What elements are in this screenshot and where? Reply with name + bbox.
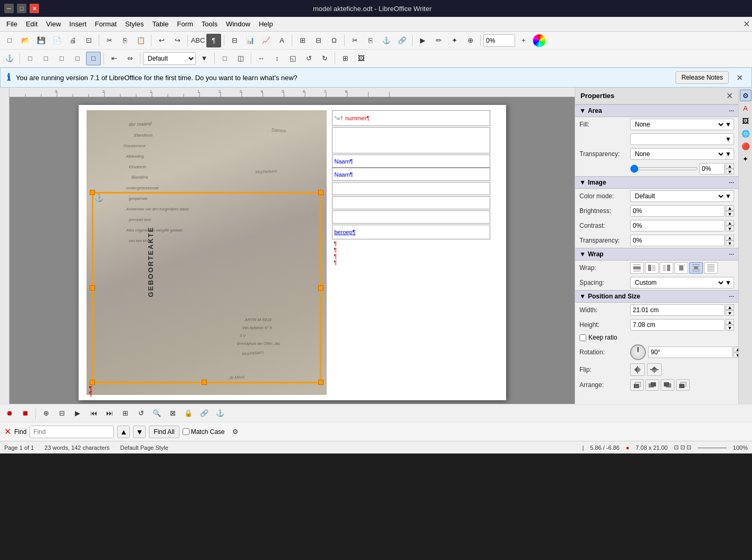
form-tb-1[interactable]: ⊕ bbox=[39, 407, 53, 420]
tb2-wrap-right[interactable]: □ bbox=[54, 52, 69, 65]
wrap-before-btn[interactable] bbox=[645, 262, 659, 274]
find-next-button[interactable]: ▼ bbox=[133, 426, 146, 438]
tb-copy[interactable]: ⎘ bbox=[118, 34, 132, 47]
menu-help[interactable]: Help bbox=[254, 18, 277, 30]
form-tb-12[interactable]: ⚓ bbox=[213, 407, 227, 420]
wrap-contour-btn[interactable] bbox=[704, 262, 718, 274]
image-transparency-up[interactable]: ▲ bbox=[726, 235, 734, 240]
section-wrap[interactable]: ▼ Wrap ⋯ bbox=[575, 248, 738, 260]
tb2-optimal[interactable]: □ bbox=[86, 52, 101, 65]
form-tb-6[interactable]: ⊞ bbox=[118, 407, 132, 420]
tb2-border[interactable]: □ bbox=[217, 52, 232, 65]
wrap-thru-btn[interactable] bbox=[689, 262, 703, 274]
handle-mr[interactable] bbox=[318, 285, 323, 291]
section-area[interactable]: ▼ Area ⋯ bbox=[575, 104, 738, 117]
tb-new[interactable]: □ bbox=[2, 34, 17, 47]
maximize-button[interactable]: □ bbox=[17, 4, 26, 13]
height-down[interactable]: ▼ bbox=[726, 325, 734, 331]
tb-macros[interactable]: ✏ bbox=[431, 34, 446, 47]
width-up[interactable]: ▲ bbox=[726, 304, 734, 310]
flip-horizontal-btn[interactable] bbox=[630, 363, 645, 376]
transparency-spin-btns[interactable]: ▲ ▼ bbox=[726, 163, 734, 175]
contrast-down[interactable]: ▼ bbox=[726, 226, 734, 231]
fill-control[interactable]: None ▼ bbox=[630, 119, 734, 130]
wrap-after-btn[interactable] bbox=[660, 262, 673, 274]
tb-scissors[interactable]: ✂ bbox=[347, 34, 362, 47]
tb-anchor[interactable]: ⚓ bbox=[379, 34, 394, 47]
document-canvas[interactable]: GEBOORTEAKTE der maand Elandhuis Gouvern… bbox=[9, 97, 575, 404]
tb2-anchor[interactable]: ⚓ bbox=[2, 52, 17, 65]
brightness-down[interactable]: ▼ bbox=[726, 211, 734, 217]
rotation-up[interactable]: ▲ bbox=[734, 346, 738, 352]
width-down[interactable]: ▼ bbox=[726, 310, 734, 316]
tb2-wrap-left[interactable]: □ bbox=[39, 52, 53, 65]
find-input[interactable] bbox=[30, 426, 114, 438]
rotation-down[interactable]: ▼ bbox=[734, 352, 738, 358]
tb2-no-wrap[interactable]: □ bbox=[23, 52, 37, 65]
tb-more1[interactable]: ⊕ bbox=[463, 34, 478, 47]
tb2-rotate2[interactable]: ↻ bbox=[317, 52, 332, 65]
transparency-pct-input[interactable] bbox=[699, 163, 725, 175]
find-close-button[interactable]: ✕ bbox=[4, 427, 11, 437]
minimize-button[interactable]: ─ bbox=[4, 4, 14, 13]
tb2-flip-v[interactable]: ↕ bbox=[270, 52, 284, 65]
rotation-dial[interactable] bbox=[630, 344, 646, 360]
bring-forward-btn[interactable] bbox=[645, 379, 659, 391]
find-prev-button[interactable]: ▲ bbox=[117, 426, 130, 438]
properties-close-button[interactable]: ✕ bbox=[726, 91, 733, 101]
height-spin-btns[interactable]: ▲ ▼ bbox=[726, 319, 734, 331]
flip-vertical-btn[interactable] bbox=[647, 363, 662, 376]
frame-style-dropdown[interactable]: Default bbox=[143, 52, 196, 65]
side-navigator-icon[interactable]: 🌐 bbox=[740, 128, 751, 139]
side-more-icon[interactable]: ✦ bbox=[740, 153, 751, 165]
tb2-wrap-thru[interactable]: □ bbox=[70, 52, 85, 65]
image-transparency-input[interactable] bbox=[630, 235, 725, 246]
contrast-input[interactable] bbox=[630, 220, 725, 231]
color-mode-select[interactable]: Default bbox=[633, 192, 725, 200]
tb-paste[interactable]: 📋 bbox=[134, 34, 148, 47]
keep-ratio-row[interactable]: Keep ratio bbox=[575, 332, 738, 343]
menu-view[interactable]: View bbox=[42, 18, 65, 30]
wrap-parallel-btn[interactable] bbox=[674, 262, 688, 274]
tb2-pos[interactable]: ◱ bbox=[285, 52, 300, 65]
fill-color-control[interactable]: ▼ bbox=[630, 133, 734, 145]
brightness-input[interactable] bbox=[630, 205, 725, 217]
image-more-icon[interactable]: ⋯ bbox=[729, 180, 734, 186]
form-tb-11[interactable]: 🔗 bbox=[197, 407, 212, 420]
side-functions-icon[interactable]: 🔴 bbox=[740, 140, 751, 152]
match-case-checkbox[interactable]: Match Case bbox=[183, 428, 225, 436]
wrap-more-icon[interactable]: ⋯ bbox=[729, 252, 734, 257]
tb-special-char[interactable]: Ω bbox=[327, 34, 341, 47]
wrap-none-btn[interactable] bbox=[630, 262, 644, 274]
doc-close-button[interactable]: ✕ bbox=[743, 19, 750, 29]
form-tb-7[interactable]: ↺ bbox=[134, 407, 148, 420]
handle-tr[interactable] bbox=[318, 190, 323, 195]
tb-insert-field[interactable]: ⊞ bbox=[295, 34, 310, 47]
tb-save[interactable]: 💾 bbox=[34, 34, 49, 47]
form-tb-record-start[interactable]: ⏺ bbox=[2, 407, 17, 420]
side-properties-icon[interactable]: ⚙ bbox=[740, 90, 751, 101]
menu-file[interactable]: File bbox=[2, 18, 22, 30]
window-controls[interactable]: ─ □ ✕ bbox=[4, 4, 39, 13]
match-case-input[interactable] bbox=[183, 428, 189, 435]
transparency-pct-up[interactable]: ▲ bbox=[726, 163, 734, 169]
infobar-close-button[interactable]: ✕ bbox=[734, 73, 745, 83]
close-button[interactable]: ✕ bbox=[30, 4, 39, 13]
document-area[interactable]: 3 2 1 1 2 3 4 5 6 7 8 bbox=[9, 88, 575, 404]
frame-style-dropdown-btn[interactable]: ▼ bbox=[197, 52, 212, 65]
form-tb-5[interactable]: ⏭ bbox=[102, 407, 117, 420]
handle-ml[interactable] bbox=[90, 285, 95, 291]
section-position-size[interactable]: ▼ Position and Size ⋯ bbox=[575, 290, 738, 303]
send-backward-btn[interactable] bbox=[661, 379, 674, 391]
tb-link[interactable]: 🔗 bbox=[395, 34, 410, 47]
tb-draw[interactable]: ✦ bbox=[447, 34, 462, 47]
zoom-input[interactable] bbox=[483, 34, 515, 47]
menu-edit[interactable]: Edit bbox=[22, 18, 42, 30]
rotation-spin-btns[interactable]: ▲ ▼ bbox=[734, 346, 738, 358]
menu-form[interactable]: Form bbox=[173, 18, 197, 30]
tb2-crop[interactable]: ⊞ bbox=[338, 52, 353, 65]
menu-table[interactable]: Table bbox=[148, 18, 173, 30]
spacing-control[interactable]: Custom ▼ bbox=[630, 277, 734, 288]
handle-bm[interactable] bbox=[202, 380, 207, 385]
tb2-image-editor[interactable]: 🖼 bbox=[354, 52, 368, 65]
